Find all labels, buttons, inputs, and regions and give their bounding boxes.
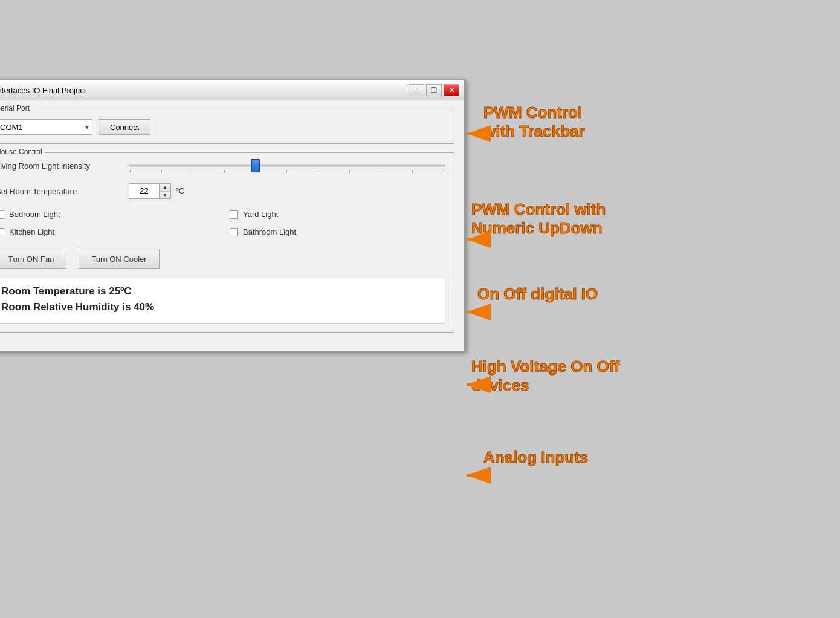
light-intensity-row: Living Room Light Intensity <box>0 159 445 172</box>
bathroom-light-checkbox[interactable] <box>230 228 238 236</box>
tick <box>444 170 444 172</box>
temperature-status: Room Temperature is 25ºC <box>1 285 440 298</box>
arrow-analog <box>465 457 502 493</box>
arrow-numeric <box>465 221 502 258</box>
arrow-high-voltage <box>465 366 502 403</box>
trackbar-ticks <box>129 170 445 172</box>
kitchen-light-checkbox[interactable] <box>0 228 4 236</box>
tick <box>349 170 350 172</box>
numeric-arrows: ▲ ▼ <box>160 184 170 198</box>
tick <box>381 170 381 172</box>
light-intensity-label: Living Room Light Intensity <box>0 161 129 171</box>
slider-container <box>129 159 445 172</box>
bedroom-light-label: Bedroom Light <box>9 210 60 219</box>
close-button[interactable]: ✕ <box>444 84 459 96</box>
checkbox-grid: Bedroom Light Yard Light Kitchen Light B… <box>0 210 445 236</box>
status-area: Room Temperature is 25ºC Room Relative H… <box>0 279 445 324</box>
arrow-digital <box>465 294 502 330</box>
cooler-button[interactable]: Turn ON Cooler <box>79 249 159 269</box>
connect-button[interactable]: Connect <box>99 119 150 135</box>
window-title: Interfaces IO Final Project <box>0 86 86 95</box>
bedroom-light-checkbox[interactable] <box>0 210 4 219</box>
title-bar: Interfaces IO Final Project – ❐ ✕ <box>0 80 464 100</box>
restore-button[interactable]: ❐ <box>426 84 442 96</box>
kitchen-light-label: Kitchen Light <box>9 227 54 236</box>
title-left: Interfaces IO Final Project <box>0 85 86 95</box>
tick <box>412 170 413 172</box>
arrow-trackbar <box>465 115 514 152</box>
serial-port-label: Serial Port <box>0 104 32 112</box>
action-buttons-row: Turn ON Fan Turn ON Cooler <box>0 249 445 269</box>
tick <box>286 170 287 172</box>
yard-light-label: Yard Light <box>243 210 278 219</box>
tick <box>193 170 193 172</box>
temperature-label: Set Room Temperature <box>0 187 129 196</box>
increment-button[interactable]: ▲ <box>160 184 170 192</box>
tick <box>130 170 131 172</box>
tick <box>256 170 256 172</box>
kitchen-light-item: Kitchen Light <box>0 227 212 236</box>
fan-button[interactable]: Turn ON Fan <box>0 249 66 269</box>
bedroom-light-item: Bedroom Light <box>0 210 212 219</box>
serial-port-group: Serial Port COM1 COM2 COM3 COM4 Connect <box>0 109 454 144</box>
temperature-unit: ºC <box>176 183 184 199</box>
title-buttons: – ❐ ✕ <box>409 84 459 96</box>
com-select[interactable]: COM1 COM2 COM3 COM4 <box>0 119 92 135</box>
house-control-group: House Control Living Room Light Intensit… <box>0 152 454 333</box>
bathroom-light-item: Bathroom Light <box>230 227 445 236</box>
temperature-control: ▲ ▼ ºC <box>129 183 184 199</box>
tick <box>224 170 225 172</box>
com-select-wrapper: COM1 COM2 COM3 COM4 <box>0 119 92 135</box>
house-control-label: House Control <box>0 148 45 156</box>
temperature-input[interactable] <box>129 184 160 198</box>
numeric-updown: ▲ ▼ <box>129 183 171 199</box>
annotations-panel: PWM Controlwith Trackbar PWM Control wit… <box>465 79 767 563</box>
tick <box>318 170 318 172</box>
serial-row: COM1 COM2 COM3 COM4 Connect <box>0 119 445 135</box>
window-body: Serial Port COM1 COM2 COM3 COM4 Connect <box>0 100 464 351</box>
decrement-button[interactable]: ▼ <box>160 192 170 199</box>
yard-light-item: Yard Light <box>230 210 445 219</box>
main-window: Interfaces IO Final Project – ❐ ✕ Serial… <box>0 79 465 352</box>
temperature-row: Set Room Temperature ▲ ▼ ºC <box>0 183 445 199</box>
humidity-status: Room Relative Humidity is 40% <box>1 301 440 313</box>
tick <box>161 170 162 172</box>
minimize-button[interactable]: – <box>409 84 424 96</box>
bathroom-light-label: Bathroom Light <box>243 227 296 236</box>
light-trackbar[interactable] <box>129 159 445 172</box>
yard-light-checkbox[interactable] <box>230 210 238 219</box>
trackbar-track <box>129 165 445 167</box>
